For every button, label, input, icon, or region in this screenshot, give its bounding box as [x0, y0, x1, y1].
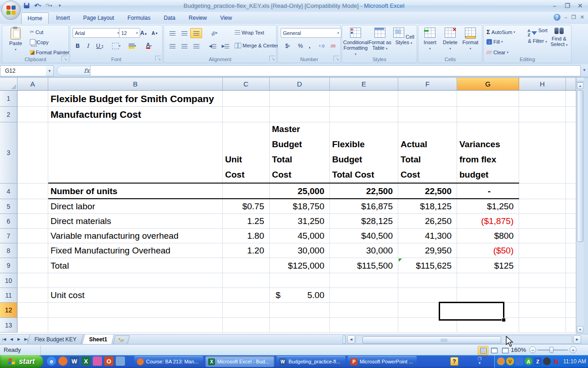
clear-button[interactable]: Clear▾	[486, 49, 509, 56]
row-header-8[interactable]: 8	[0, 243, 17, 258]
cut-button[interactable]: ✂Cut	[29, 29, 44, 35]
decrease-decimal-button[interactable]: .00	[327, 41, 339, 51]
vertical-split-handle[interactable]	[577, 78, 584, 82]
format-as-table-button[interactable]: Format as Table ▾	[368, 28, 392, 52]
tab-insert[interactable]: Insert	[50, 12, 76, 24]
scroll-up-button[interactable]: ▲	[577, 82, 583, 89]
cell-E6[interactable]: $28,125	[330, 214, 398, 229]
cell-B7[interactable]: Variable manufacturing overhead	[48, 229, 223, 243]
vertical-scroll-thumb[interactable]	[577, 90, 583, 242]
cell-D13[interactable]	[270, 318, 330, 333]
selected-cell-G12[interactable]	[439, 302, 504, 321]
cell-D6[interactable]: 31,250	[270, 214, 330, 229]
cell-D8[interactable]: 30,000	[270, 243, 330, 258]
cell-C1[interactable]	[223, 91, 270, 107]
cell-H12[interactable]	[519, 303, 566, 318]
start-button[interactable]: start	[0, 355, 43, 368]
scroll-right-button[interactable]: ▶	[573, 335, 581, 344]
percent-format-button[interactable]: %	[295, 41, 305, 51]
cell-B2[interactable]: Manufacturing Cost	[48, 107, 143, 122]
align-left-button[interactable]	[166, 41, 178, 51]
excel-icon[interactable]: X	[81, 356, 90, 366]
align-middle-button[interactable]	[178, 28, 190, 38]
cell-A3[interactable]	[17, 122, 48, 184]
cell-A10[interactable]	[17, 273, 48, 288]
tab-formulas[interactable]: Formulas	[121, 12, 156, 24]
row-header-6[interactable]: 6	[0, 214, 17, 229]
help-tray-button[interactable]: ?	[450, 357, 458, 366]
cell-H4[interactable]	[519, 184, 566, 199]
cell-D5[interactable]: $18,750	[270, 199, 330, 214]
cell-I13[interactable]	[566, 318, 576, 333]
cell-H6[interactable]	[519, 214, 566, 229]
align-right-button[interactable]	[190, 41, 202, 51]
format-painter-button[interactable]: Format Painter	[29, 49, 70, 56]
cell-F9[interactable]: $115,625	[398, 258, 457, 273]
cell-G2[interactable]	[457, 107, 519, 122]
wrap-text-button[interactable]: Wrap Text	[234, 29, 265, 36]
dark-circle-icon[interactable]	[543, 357, 551, 365]
cell-F6[interactable]: 26,250	[398, 214, 457, 229]
currency-format-button[interactable]: $▾	[281, 41, 294, 51]
office-button[interactable]	[1, 0, 21, 20]
cell-H9[interactable]	[519, 258, 566, 273]
name-box[interactable]: G12	[0, 65, 51, 76]
horizontal-split-handle[interactable]	[343, 335, 346, 344]
outlook-icon[interactable]: O	[104, 356, 113, 366]
paste-button[interactable]: Paste▾	[5, 28, 26, 52]
taskbar-button-word[interactable]: WBudgeting_practice-fl...	[277, 356, 345, 367]
column-header-E[interactable]: E	[330, 78, 398, 91]
cell-I12[interactable]	[566, 303, 576, 318]
page-layout-view-button[interactable]	[489, 346, 499, 355]
cell-F8[interactable]: 29,950	[398, 243, 457, 258]
number-format-select[interactable]: General▾	[281, 28, 341, 38]
cell-F4[interactable]: 22,500	[398, 184, 457, 199]
green-a-icon[interactable]: A	[525, 357, 532, 365]
cell-D7[interactable]: 45,000	[270, 229, 330, 243]
cell-C9[interactable]	[223, 258, 270, 273]
cell-B1[interactable]: Flexible Budget for Smith Company	[48, 91, 216, 107]
save-button[interactable]	[22, 1, 31, 10]
red-n-icon[interactable]: N	[552, 357, 560, 365]
number-dialog-launcher[interactable]: ↘	[334, 56, 339, 61]
cell-H7[interactable]	[519, 229, 566, 243]
tab-view[interactable]: View	[214, 12, 238, 24]
cell-C2[interactable]	[223, 107, 270, 122]
increase-indent-button[interactable]: ▶	[219, 41, 232, 51]
column-header-A[interactable]: A	[17, 78, 48, 91]
taskbar-button-firefox[interactable]: Course: BA 213: Man...	[134, 356, 203, 367]
cell-G7[interactable]: $800	[457, 229, 519, 243]
taskbar-button-powerpoint[interactable]: PMicrosoft PowerPoint ...	[348, 356, 417, 367]
cell-I4[interactable]	[566, 184, 576, 199]
cell-I6[interactable]	[566, 214, 576, 229]
cell-B9[interactable]: Total	[48, 258, 223, 273]
delete-cells-button[interactable]: ✕ Delete▾	[441, 28, 460, 52]
cell-A1[interactable]	[17, 91, 48, 107]
row-header-13[interactable]: 13	[0, 318, 17, 333]
word-icon[interactable]: W	[70, 356, 79, 366]
expand-formula-bar-icon[interactable]: ▼	[582, 68, 586, 72]
blue-tools-icon[interactable]	[515, 357, 523, 365]
font-name-select[interactable]: Arial▾	[73, 28, 121, 38]
cell-E1[interactable]	[330, 91, 398, 107]
zoom-out-button[interactable]: −	[529, 346, 536, 353]
align-bottom-button[interactable]	[190, 28, 202, 38]
cell-E3[interactable]: Flexible Budget Total Cost	[330, 122, 398, 184]
cell-C5[interactable]: $0.75	[223, 199, 270, 214]
border-button[interactable]: ▾	[109, 41, 124, 51]
cell-I9[interactable]	[566, 258, 576, 273]
cell-B8[interactable]: Fixed Manufacturing Overhead	[48, 243, 223, 258]
pink-key-icon[interactable]	[93, 356, 102, 366]
cell-B4[interactable]: Number of units	[48, 184, 223, 199]
row-header-9[interactable]: 9	[0, 258, 17, 273]
select-all-button[interactable]	[0, 78, 17, 91]
row-header-3[interactable]: 3	[0, 122, 17, 184]
cell-B11[interactable]: Unit cost	[48, 288, 223, 303]
cell-F11[interactable]	[398, 288, 457, 303]
workbook-restore-button[interactable]: ❐	[571, 14, 576, 20]
cell-I7[interactable]	[566, 229, 576, 243]
font-dialog-launcher[interactable]: ↘	[155, 56, 161, 61]
align-center-button[interactable]	[178, 41, 190, 51]
cell-D1[interactable]	[270, 91, 330, 107]
cell-A12[interactable]	[17, 303, 48, 318]
